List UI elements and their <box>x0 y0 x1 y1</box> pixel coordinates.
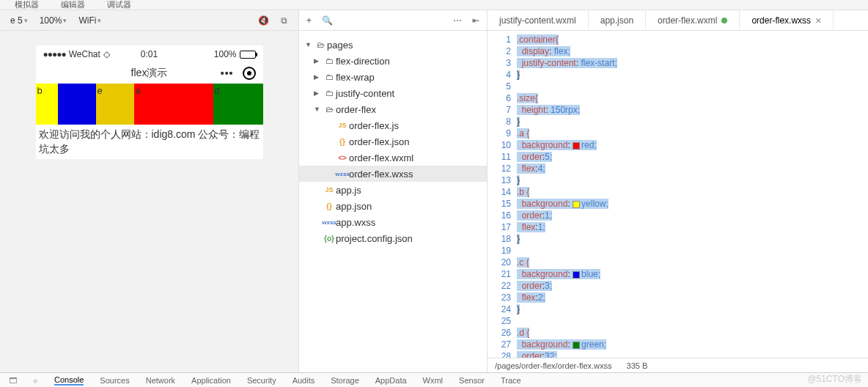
wxml-icon: <> <box>336 154 349 162</box>
folder-flex-direction[interactable]: ▶🗀flex-direction <box>299 53 487 69</box>
file-order-flex-js[interactable]: JSorder-flex.js <box>299 117 487 133</box>
file-tree: ▼🗁pages ▶🗀flex-direction ▶🗀flex-wrap ▶🗀j… <box>299 31 487 252</box>
menu-item[interactable]: 编辑器 <box>61 0 85 10</box>
status-bar: ●●●●● WeChat ◇ 0:01 100% <box>36 45 263 63</box>
editor-pane: justify-content.wxml app.json order-flex… <box>488 10 868 372</box>
devtools-tab-application[interactable]: Application <box>191 376 231 385</box>
flex-box-e: e <box>96 84 134 125</box>
flex-demo-row: b e a d <box>36 84 263 125</box>
carrier-label: WeChat <box>69 49 100 59</box>
devtools-tab-appdata[interactable]: AppData <box>375 376 407 385</box>
devtools-inspect-icon[interactable]: ⟐ <box>33 376 38 385</box>
clock-label: 0:01 <box>141 49 158 59</box>
devtools-tab-audits[interactable]: Audits <box>293 376 315 385</box>
folder-icon: 🗀 <box>323 73 336 81</box>
editor-tabs: justify-content.wxml app.json order-flex… <box>488 10 868 31</box>
network-select[interactable]: WiFi▾ <box>76 14 104 27</box>
tab-app-json[interactable]: app.json <box>589 10 646 30</box>
folder-open-icon: 🗁 <box>314 40 327 49</box>
js-icon: JS <box>336 122 349 129</box>
devtools-tab-sensor[interactable]: Sensor <box>459 376 485 385</box>
tab-justify-content[interactable]: justify-content.wxml <box>488 10 589 30</box>
file-path: /pages/order-flex/order-flex.wxss <box>495 361 612 370</box>
battery-indicator: 100% <box>214 49 256 59</box>
site-text: 欢迎访问我的个人网站：idig8.com 公众号：编程坑太多 <box>36 125 263 159</box>
devtools-tabs: 🗖 ⟐ Console Sources Network Application … <box>0 372 868 387</box>
mute-icon[interactable]: 🔇 <box>256 13 271 28</box>
devtools-tab-sources[interactable]: Sources <box>100 376 129 385</box>
devtools-tab-console[interactable]: Console <box>54 375 84 386</box>
code-editor[interactable]: 1234567891011121314151617181920212223242… <box>488 31 868 358</box>
file-project-config[interactable]: {o}project.config.json <box>299 230 487 246</box>
page-title: flex演示 <box>131 67 168 80</box>
collapse-icon[interactable]: ⇤ <box>472 15 479 26</box>
simulator-toolbar: e 5▾ 100%▾ WiFi▾ 🔇 ⧉ <box>0 10 298 31</box>
file-app-json[interactable]: {}app.json <box>299 198 487 214</box>
folder-icon: 🗀 <box>323 89 336 97</box>
watermark: @51CTO博客 <box>807 373 862 386</box>
devtools-tab-trace[interactable]: Trace <box>501 376 521 385</box>
more-icon[interactable]: ••• <box>221 67 234 79</box>
menu-item[interactable]: 模拟器 <box>15 0 39 10</box>
devtools-tab-wxml[interactable]: Wxml <box>423 376 444 385</box>
folder-order-flex[interactable]: ▼🗁order-flex <box>299 101 487 117</box>
file-order-flex-wxml[interactable]: <>order-flex.wxml <box>299 150 487 166</box>
folder-icon: 🗀 <box>323 56 336 65</box>
wxss-icon: wxss <box>336 171 349 177</box>
tab-order-flex-wxml[interactable]: order-flex.wxml <box>646 10 740 30</box>
wxss-icon: wxss <box>323 219 336 226</box>
battery-icon <box>240 51 256 59</box>
nav-bar: flex演示 ••• <box>36 63 263 84</box>
flex-box-a: a <box>134 84 213 125</box>
search-icon[interactable]: 🔍 <box>322 15 333 26</box>
code-area[interactable]: .container{ display: flex; justify-conte… <box>517 31 868 358</box>
device-frame: ●●●●● WeChat ◇ 0:01 100% flex演示 ••• b e … <box>36 45 263 159</box>
zoom-select[interactable]: 100%▾ <box>37 14 70 27</box>
simulator-pane: e 5▾ 100%▾ WiFi▾ 🔇 ⧉ ●●●●● WeChat ◇ 0:01… <box>0 10 298 372</box>
folder-open-icon: 🗁 <box>323 105 336 114</box>
flex-box-b: b <box>36 84 58 125</box>
flex-box-d: d <box>213 84 263 125</box>
devtools-tab-storage[interactable]: Storage <box>331 376 359 385</box>
file-explorer-pane: + 🔍 ⋯ ⇤ ▼🗁pages ▶🗀flex-direction ▶🗀flex-… <box>298 10 488 372</box>
dock-icon[interactable]: ⧉ <box>276 13 291 28</box>
file-order-flex-wxss[interactable]: wxssorder-flex.wxss <box>299 166 487 182</box>
json-icon: {} <box>336 138 349 146</box>
menu-item[interactable]: 调试器 <box>107 0 131 10</box>
new-file-icon[interactable]: + <box>306 15 312 26</box>
explorer-toolbar: + 🔍 ⋯ ⇤ <box>299 10 487 31</box>
more-icon[interactable]: ⋯ <box>453 15 462 26</box>
path-bar: /pages/order-flex/order-flex.wxss 335 B <box>488 358 868 372</box>
flex-box-c <box>58 84 96 125</box>
close-mini-icon[interactable] <box>243 67 256 80</box>
device-select[interactable]: e 5▾ <box>7 14 31 27</box>
top-menu-bar: 模拟器 编辑器 调试器 <box>0 0 868 10</box>
close-icon[interactable]: × <box>815 15 821 26</box>
json-icon: {} <box>323 202 336 210</box>
devtools-dock-icon[interactable]: 🗖 <box>9 376 17 385</box>
config-icon: {o} <box>323 235 336 243</box>
devtools-tab-security[interactable]: Security <box>247 376 276 385</box>
file-order-flex-json[interactable]: {}order-flex.json <box>299 133 487 150</box>
tab-order-flex-wxss[interactable]: order-flex.wxss× <box>740 10 834 30</box>
file-app-wxss[interactable]: wxssapp.wxss <box>299 214 487 230</box>
devtools-tab-network[interactable]: Network <box>146 376 175 385</box>
modified-dot-icon <box>721 18 727 23</box>
file-app-js[interactable]: JSapp.js <box>299 182 487 198</box>
signal-dots: ●●●●● <box>43 49 66 59</box>
folder-justify-content[interactable]: ▶🗀justify-content <box>299 85 487 101</box>
js-icon: JS <box>323 186 336 194</box>
file-size: 335 B <box>627 361 648 370</box>
folder-flex-wrap[interactable]: ▶🗀flex-wrap <box>299 69 487 85</box>
folder-pages[interactable]: ▼🗁pages <box>299 37 487 53</box>
wifi-icon: ◇ <box>103 49 110 59</box>
line-gutter: 1234567891011121314151617181920212223242… <box>488 31 517 358</box>
